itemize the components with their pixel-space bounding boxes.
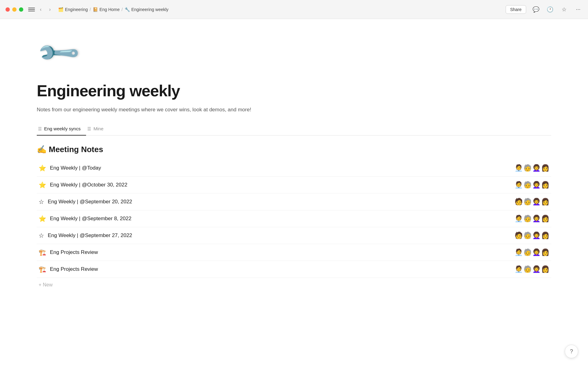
item-label-5: Eng Projects Review — [50, 249, 98, 255]
item-emoji-0: ⭐ — [39, 164, 46, 172]
help-button[interactable]: ? — [565, 345, 578, 358]
tab-mine[interactable]: ☰ Mine — [86, 123, 109, 136]
page-title: Engineering weekly — [37, 82, 551, 100]
item-avatars-4: 🧑 🧓 👩‍🦱 👩 — [514, 232, 549, 240]
item-label-6: Eng Projects Review — [50, 266, 98, 272]
item-emoji-5: 🏗️ — [39, 249, 46, 256]
item-avatars-1: 🧑‍💼 🧓 👩‍🦱 👩 — [514, 181, 549, 189]
avatar-icon: 👩 — [541, 232, 549, 240]
item-avatars-3: 🧑‍💼 🧓 👩‍🦱 👩 — [514, 215, 549, 223]
avatar-icon: 🧑 — [514, 198, 523, 206]
page-description: Notes from our engineering weekly meetin… — [37, 105, 551, 114]
forward-button[interactable]: › — [47, 6, 53, 13]
favorite-icon[interactable]: ☆ — [560, 5, 568, 14]
breadcrumb-sep-2: / — [122, 7, 123, 12]
avatar-icon: 🧓 — [523, 181, 532, 189]
tab-eng-weekly-syncs[interactable]: ☰ Eng weekly syncs — [37, 123, 86, 136]
avatar-icon: 🧓 — [523, 164, 532, 172]
avatar-icon: 👩‍🦱 — [532, 248, 541, 256]
breadcrumb-eng-home-label: Eng Home — [100, 7, 120, 12]
avatar-icon: 👩‍🦱 — [532, 198, 541, 206]
minimize-button[interactable] — [12, 7, 17, 12]
list-item[interactable]: ⭐ Eng Weekly | @Today 🧑‍💼 🧓 👩‍🦱 👩 — [37, 160, 551, 177]
section-heading-text: ✍️ Meeting Notes — [37, 145, 103, 154]
avatar-icon: 🧑‍💼 — [514, 164, 523, 172]
section-heading: ✍️ Meeting Notes — [37, 145, 551, 154]
item-emoji-3: ⭐ — [39, 215, 46, 222]
maximize-button[interactable] — [19, 7, 23, 12]
help-label: ? — [570, 348, 573, 355]
breadcrumb-eng-home[interactable]: 📔 Eng Home — [93, 7, 120, 12]
breadcrumb-eng-weekly-label: Engineering weekly — [131, 7, 168, 12]
avatar-icon: 🧓 — [523, 215, 532, 223]
breadcrumb-sep-1: / — [90, 7, 91, 12]
history-icon[interactable]: 🕐 — [546, 5, 554, 14]
avatar-icon: 👩‍🦱 — [532, 215, 541, 223]
avatar-icon: 👩 — [541, 248, 549, 256]
comments-icon[interactable]: 💬 — [532, 5, 540, 14]
list-item[interactable]: 🏗️ Eng Projects Review 🧑‍💼 🧓 👩‍🦱 👩 — [37, 261, 551, 278]
avatar-icon: 👩‍🦱 — [532, 181, 541, 189]
item-label-2: Eng Weekly | @September 20, 2022 — [48, 199, 132, 205]
item-emoji-4: ☆ — [39, 232, 44, 239]
list-item[interactable]: ☆ Eng Weekly | @September 27, 2022 🧑 🧓 👩… — [37, 227, 551, 244]
page-icon: 🔧 — [37, 31, 80, 74]
item-emoji-2: ☆ — [39, 198, 44, 205]
breadcrumb: 🗂️ Engineering / 📔 Eng Home / 🔧 Engineer… — [58, 7, 506, 12]
avatar-icon: 👩‍🦱 — [532, 164, 541, 172]
list-item-left-2: ☆ Eng Weekly | @September 20, 2022 — [39, 198, 132, 205]
window-controls — [6, 7, 23, 12]
list-item[interactable]: ⭐ Eng Weekly | @September 8, 2022 🧑‍💼 🧓 … — [37, 210, 551, 227]
eng-weekly-icon: 🔧 — [125, 7, 130, 12]
breadcrumb-eng-weekly[interactable]: 🔧 Engineering weekly — [125, 7, 168, 12]
close-button[interactable] — [6, 7, 10, 12]
avatar-icon: 🧑‍💼 — [514, 181, 523, 189]
item-avatars-2: 🧑 🧓 👩‍🦱 👩 — [514, 198, 549, 206]
avatar-icon: 👩‍🦱 — [532, 232, 541, 240]
meeting-notes-list: ⭐ Eng Weekly | @Today 🧑‍💼 🧓 👩‍🦱 👩 ⭐ Eng … — [37, 160, 551, 292]
list-item-left-1: ⭐ Eng Weekly | @October 30, 2022 — [39, 181, 127, 189]
list-item[interactable]: ☆ Eng Weekly | @September 20, 2022 🧑 🧓 👩… — [37, 194, 551, 210]
avatar-icon: 👩 — [541, 198, 549, 206]
new-item-label: + New — [39, 282, 53, 288]
avatar-icon: 👩‍🦱 — [532, 265, 541, 273]
avatar-icon: 👩 — [541, 181, 549, 189]
item-emoji-1: ⭐ — [39, 181, 46, 189]
tab-eng-weekly-syncs-label: Eng weekly syncs — [44, 126, 81, 131]
avatar-icon: 👩 — [541, 215, 549, 223]
list-item[interactable]: ⭐ Eng Weekly | @October 30, 2022 🧑‍💼 🧓 👩… — [37, 177, 551, 194]
avatar-icon: 👩 — [541, 265, 549, 273]
list-item-left-5: 🏗️ Eng Projects Review — [39, 249, 98, 256]
back-button[interactable]: ‹ — [37, 6, 44, 13]
list-item-left-6: 🏗️ Eng Projects Review — [39, 266, 98, 273]
breadcrumb-engineering-label: Engineering — [65, 7, 88, 12]
breadcrumb-engineering[interactable]: 🗂️ Engineering — [58, 7, 88, 12]
avatar-icon: 🧑 — [514, 232, 523, 240]
tabs: ☰ Eng weekly syncs ☰ Mine — [37, 123, 551, 136]
title-bar-right: Share 💬 🕐 ☆ ··· — [506, 5, 582, 14]
avatar-icon: 🧓 — [523, 198, 532, 206]
main-content: 🔧 Engineering weekly Notes from our engi… — [0, 19, 588, 368]
eng-home-icon: 📔 — [93, 7, 98, 12]
list-item-left-3: ⭐ Eng Weekly | @September 8, 2022 — [39, 215, 131, 222]
list-item-left-4: ☆ Eng Weekly | @September 27, 2022 — [39, 232, 132, 239]
item-emoji-6: 🏗️ — [39, 266, 46, 273]
list-item-left-0: ⭐ Eng Weekly | @Today — [39, 164, 101, 172]
item-avatars-5: 🧑‍💼 🧓 👩‍🦱 👩 — [514, 248, 549, 256]
avatar-icon: 🧑‍💼 — [514, 248, 523, 256]
tab-list-icon-1: ☰ — [38, 126, 42, 131]
share-button[interactable]: Share — [506, 5, 526, 14]
list-item[interactable]: 🏗️ Eng Projects Review 🧑‍💼 🧓 👩‍🦱 👩 — [37, 244, 551, 261]
tab-mine-label: Mine — [93, 126, 104, 131]
navigation-arrows: ‹ › — [37, 6, 53, 13]
avatar-icon: 🧑‍💼 — [514, 215, 523, 223]
more-options-icon[interactable]: ··· — [574, 5, 582, 14]
item-label-0: Eng Weekly | @Today — [50, 165, 101, 171]
avatar-icon: 🧑‍💼 — [514, 265, 523, 273]
avatar-icon: 🧓 — [523, 265, 532, 273]
sidebar-toggle-button[interactable] — [28, 6, 35, 13]
new-item-button[interactable]: + New — [37, 278, 551, 292]
item-label-1: Eng Weekly | @October 30, 2022 — [50, 182, 127, 188]
item-label-4: Eng Weekly | @September 27, 2022 — [48, 232, 132, 239]
avatar-icon: 🧓 — [523, 232, 532, 240]
